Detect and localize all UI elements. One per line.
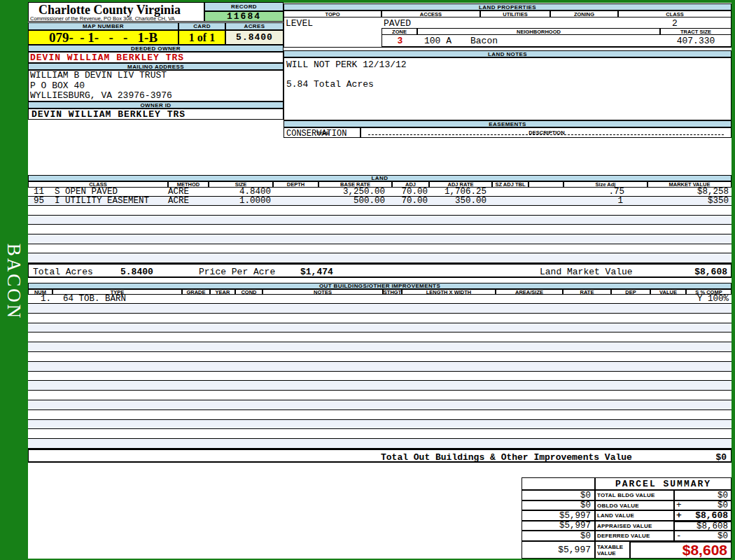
ps-op: - [675, 531, 686, 541]
easement-description-cell: DESCRIPTION [360, 127, 732, 138]
address-line: WYLLIESBURG, VA 23976-3976 [30, 91, 283, 102]
zone-header-row: ZONE NEIGHBORHOOD TRACT SIZE [382, 28, 732, 35]
land-note-line: WILL NOT PERK 12/13/12 [286, 59, 407, 70]
empty-row [28, 253, 732, 263]
parcel-summary-taxable-row: $5,997 TAXABLE VALUE $8,608 [522, 541, 732, 559]
ps-right-cell: + $0 [674, 500, 732, 510]
land-adj-rate: 1,706.25 [429, 188, 492, 197]
land-method: ACRE [168, 197, 209, 206]
land-notes-box: WILL NOT PERK 12/13/12 5.84 Total Acres [284, 57, 732, 120]
land-properties-title: LAND PROPERTIES [284, 4, 732, 10]
empty-row [28, 216, 732, 225]
empty-row [28, 323, 732, 333]
land-market-value-total: $8,608 [694, 267, 727, 277]
land-market-value: $350 [648, 197, 732, 206]
empty-row [28, 362, 732, 372]
land-class: 95 I UTILITY EASEMENT [28, 197, 168, 206]
tract-size-value: 407.330 [661, 36, 731, 46]
empty-row [28, 372, 732, 382]
record-value: 11684 [204, 11, 284, 22]
deeded-owner-value: DEVIN WILLIAM BERKLEY TRS [28, 52, 284, 63]
empty-row [28, 439, 732, 449]
parcel-summary: PARCEL SUMMARY $0 TOTAL BLDG VALUE $0 $0… [522, 477, 732, 559]
ps-right-cell: + $8,608 [674, 510, 732, 521]
land-method: ACRE [168, 188, 209, 197]
empty-row [28, 206, 732, 216]
record-label: RECORD [204, 2, 284, 11]
land-properties-values: LEVEL PAVED 2 ZONE NEIGHBORHOOD TRACT SI… [284, 18, 732, 48]
land-base-rate: 500.00 [318, 197, 392, 206]
empty-row [28, 332, 732, 342]
ps-right-value: $8,608 [686, 510, 731, 521]
col-year: YEAR [210, 289, 235, 295]
empty-row [28, 410, 732, 420]
col-length-width: LENGTH X WIDTH [402, 289, 496, 295]
col-sthgt: STHGT [383, 289, 402, 295]
topo-value: LEVEL [286, 18, 313, 29]
neighborhood-sidebar: BACON [0, 231, 28, 332]
ps-label: OBLDG VALUE [595, 500, 674, 510]
ps-right-cell: - $0 [674, 531, 732, 541]
out-buildings-title: OUT BUILDINGS/OTHER IMPROVEMENTS [28, 283, 732, 289]
ps-label: DEFERRED VALUE [595, 531, 674, 541]
total-acres-value: 5.8400 [120, 267, 153, 277]
ps-left-value: $0 [522, 490, 595, 500]
taxable-left-value: $5,997 [522, 541, 595, 559]
empty-row [28, 225, 732, 234]
col-access: ACCESS [382, 10, 480, 18]
acres-value: 5.8400 [225, 30, 284, 45]
county-title: Charlotte County Virginia [29, 3, 204, 16]
ps-op: + [675, 500, 686, 510]
empty-row [28, 314, 732, 323]
land-market-value-label: Land Market Value [540, 267, 633, 277]
owner-id-label: OWNER ID [28, 102, 284, 108]
ps-left-value: $0 [522, 531, 595, 541]
neighborhood-label: NEIGHBORHOOD [417, 28, 660, 35]
ps-left-value: $5,997 [522, 521, 595, 531]
tract-size-label: TRACT SIZE [660, 28, 732, 35]
land-adj: 70.00 [392, 197, 429, 206]
neighborhood-code: 100 A [424, 36, 451, 46]
land-class: 11 S OPEN PAVED [28, 188, 168, 197]
zone-value: 3 [382, 36, 418, 46]
easement-type-label: TYPE [284, 130, 361, 136]
price-per-acre-value: $1,474 [300, 267, 333, 277]
col-dep: DEP [611, 289, 650, 295]
ps-left-value: $0 [522, 500, 595, 510]
parcel-summary-row: $0 TOTAL BLDG VALUE $0 [522, 490, 732, 500]
land-adj-rate: 350.00 [429, 197, 492, 206]
address-line: P O BOX 40 [30, 81, 283, 92]
land-totals-row: Total Acres 5.8400 Price Per Acre $1,474… [28, 263, 732, 278]
parcel-summary-header-row: PARCEL SUMMARY [522, 477, 732, 490]
land-empty-rows [28, 206, 732, 263]
land-size-adj: 1 [564, 197, 648, 206]
card-label: CARD [178, 22, 225, 30]
ps-right-cell: $8,608 [674, 521, 732, 531]
col-class: CLASS [618, 10, 732, 18]
out-buildings-body: 1. 64 TOB. BARN Y 100% [28, 295, 732, 449]
acres-label: ACRES [225, 22, 284, 30]
land-note-line: 5.84 Total Acres [286, 79, 374, 90]
class-value: 2 [619, 18, 731, 29]
col-notes: NOTES [262, 289, 383, 295]
taxable-label-cell: TAXABLE VALUE [595, 541, 630, 559]
ps-right-value: $0 [686, 500, 731, 510]
county-title-box: Charlotte County Virginia Commissioner o… [28, 2, 204, 22]
empty-row [28, 342, 732, 352]
empty-row [28, 420, 732, 430]
commissioner-line: Commissioner of the Revenue, PO Box 308,… [29, 16, 204, 22]
land-size: 4.8400 [209, 188, 273, 197]
land-size-adj: .75 [564, 188, 648, 197]
ps-label: APPRAISED VALUE [595, 521, 674, 531]
mailing-address-label: MAILING ADDRESS [28, 63, 284, 70]
out-buildings-total-row: Total Out Buildings & Other Improvements… [28, 449, 732, 463]
deeded-owner-label: DEEDED OWNER [28, 45, 284, 52]
ps-label: TOTAL BLDG VALUE [595, 490, 674, 500]
col-utilities: UTILITIES [480, 10, 550, 18]
property-record-card: BACON Charlotte County Virginia Commissi… [0, 0, 735, 560]
land-notes-title: LAND NOTES [284, 50, 732, 57]
total-acres-label: Total Acres [33, 267, 93, 277]
land-size: 1.0000 [209, 197, 273, 206]
empty-row [28, 429, 732, 439]
ps-left-value: $5,997 [522, 510, 595, 521]
